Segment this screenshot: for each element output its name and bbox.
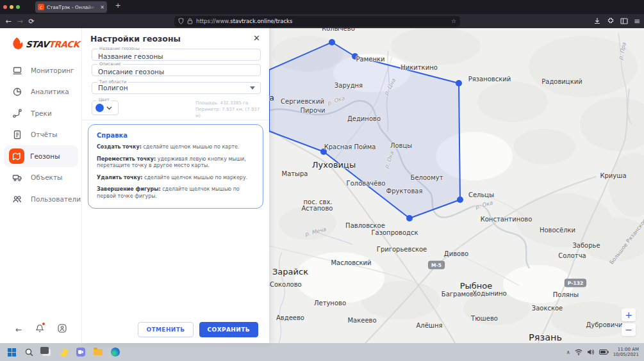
extensions-icon[interactable] xyxy=(607,17,615,25)
volume-icon[interactable] xyxy=(587,349,595,355)
area-value: Площадь: 432.3385 га xyxy=(195,100,261,106)
geozone-description-input[interactable] xyxy=(92,67,260,77)
polygon-vertex-handle[interactable] xyxy=(457,197,463,203)
sidebar-item-label: Геозоны xyxy=(30,152,60,160)
browser-tab[interactable]: С СтавТрэк - Онлайн мониторин ✕ xyxy=(35,1,107,13)
battery-icon[interactable] xyxy=(599,349,609,355)
sidebar-item-label: Аналитика xyxy=(31,88,69,95)
reload-icon[interactable]: ⟳ xyxy=(26,17,37,26)
window-controls[interactable] xyxy=(3,5,20,9)
taskbar-clock[interactable]: 11:00 AM 10/05/2021 xyxy=(613,347,641,358)
sidebar-item-objects[interactable]: Объекты xyxy=(4,167,78,189)
help-item: Завершение фигуры: сделайте щелчок мышью… xyxy=(97,186,254,200)
help-box: Справка Создать точку: сделайте щелчок м… xyxy=(88,124,263,209)
sidebar-item-monitor[interactable]: Мониторинг xyxy=(4,60,78,81)
sidebar: STAVTRACK МониторингАналитикаТрекиОтчёты… xyxy=(0,28,82,343)
wifi-icon[interactable] xyxy=(575,349,582,355)
window-minimize-button[interactable] xyxy=(10,5,13,9)
road-badge: М-5 xyxy=(428,261,445,269)
objects-icon xyxy=(12,172,23,183)
monitor-icon xyxy=(12,65,23,76)
tracks-icon xyxy=(12,108,23,119)
panel-divider xyxy=(82,120,269,120)
help-item: Создать точку: сделайте щелчок мышью по … xyxy=(97,144,254,151)
tray-time: 11:00 AM xyxy=(613,347,639,353)
sidebar-toggle-icon[interactable] xyxy=(620,17,628,25)
teams-chat-icon[interactable] xyxy=(76,347,86,357)
sidebar-menu: МониторингАналитикаТрекиОтчётыГеозоныОбъ… xyxy=(4,60,78,210)
geozone-polygon-layer[interactable] xyxy=(269,28,644,343)
polygon-vertex-handle[interactable] xyxy=(352,53,358,60)
tray-chevron-icon[interactable]: ∧ xyxy=(566,349,570,355)
browser-tab-bar: С СтавТрэк - Онлайн мониторин ✕ + xyxy=(0,0,644,14)
panel-close-icon[interactable]: ✕ xyxy=(253,33,260,43)
forward-icon[interactable]: → xyxy=(14,17,26,26)
browser-nav-bar: ← → ⟳ https://www.stavtrack.online/track… xyxy=(0,14,644,28)
help-item: Переместить точку: удерживая левую кнопк… xyxy=(97,156,254,170)
panel-title: Настройки геозоны xyxy=(90,34,181,44)
geozone-name-field[interactable]: Название геозоны xyxy=(92,49,261,61)
sidebar-item-tracks[interactable]: Треки xyxy=(4,102,78,124)
sidebar-item-label: Мониторинг xyxy=(31,67,74,74)
sidebar-item-geozones[interactable]: Геозоны xyxy=(4,145,78,167)
download-icon[interactable] xyxy=(593,17,601,25)
map[interactable]: КолычевоРаменкиНикиткиноЗарудняаСергиевс… xyxy=(269,28,644,343)
help-item: Удалить точку: сделайте щелчок мышью по … xyxy=(97,175,254,182)
polygon-vertex-handle[interactable] xyxy=(329,39,335,45)
cancel-button[interactable]: ОТМЕНИТЬ xyxy=(138,322,193,337)
window-maximize-button[interactable] xyxy=(16,5,20,9)
polygon-vertex-handle[interactable] xyxy=(406,215,413,221)
geozone-metrics: Площадь: 432.3385 га Периметр: 7.937 км,… xyxy=(195,100,261,119)
help-title: Справка xyxy=(97,132,254,139)
road-badge: Р-132 xyxy=(565,279,586,287)
start-button-icon[interactable] xyxy=(6,347,17,357)
back-icon[interactable]: ← xyxy=(3,17,14,26)
bookmark-star-icon[interactable]: ☆ xyxy=(451,18,456,24)
sidebar-item-users[interactable]: Пользователи xyxy=(4,188,78,210)
notifications-bell-icon[interactable] xyxy=(35,323,44,335)
sidebar-item-label: Треки xyxy=(31,109,52,117)
firefox-icon[interactable] xyxy=(58,347,69,357)
polygon-vertex-handle[interactable] xyxy=(456,80,462,86)
collapse-sidebar-icon[interactable]: ← xyxy=(15,325,22,334)
perimeter-value: Периметр: 7.937 км, (7.937 м) xyxy=(195,106,261,119)
menu-icon[interactable]: ≡ xyxy=(634,17,640,26)
sidebar-item-analytics[interactable]: Аналитика xyxy=(4,81,78,103)
geozone-name-input[interactable] xyxy=(92,51,260,62)
url-text: https://www.stavtrack.online/tracks xyxy=(196,18,292,24)
area-type-select[interactable]: Тип области Полигон xyxy=(92,82,261,94)
tab-favicon: С xyxy=(38,4,44,10)
tab-close-icon[interactable]: ✕ xyxy=(100,4,104,10)
logo-text: STAVTRACK xyxy=(25,39,79,49)
geozone-settings-panel: Настройки геозоны ✕ Название геозоны Опи… xyxy=(82,28,269,343)
users-icon xyxy=(12,193,23,205)
search-icon[interactable] xyxy=(24,347,34,357)
url-bar[interactable]: https://www.stavtrack.online/tracks ☆ xyxy=(174,16,460,27)
task-view-icon[interactable] xyxy=(41,347,51,357)
taskbar: ∧ 11:00 AM 10/05/2021 xyxy=(0,343,644,361)
new-tab-button[interactable]: + xyxy=(113,1,123,10)
stavtrack-logo: STAVTRACK xyxy=(9,36,79,52)
area-type-label: Тип области xyxy=(97,79,128,84)
polygon-vertex-handle[interactable] xyxy=(320,148,327,155)
tray-date: 10/05/2021 xyxy=(613,352,639,358)
lock-icon xyxy=(187,18,193,24)
geozone-polygon[interactable] xyxy=(269,42,460,218)
sidebar-item-label: Пользователи xyxy=(31,195,81,203)
geozone-description-field[interactable]: Описание xyxy=(92,64,261,76)
select-caret-icon xyxy=(250,86,255,90)
account-icon[interactable] xyxy=(58,323,67,335)
sidebar-bottom-bar: ← xyxy=(0,323,82,335)
sidebar-item-reports[interactable]: Отчёты xyxy=(4,124,78,146)
file-explorer-icon[interactable] xyxy=(93,347,103,357)
stavtrack-logo-icon xyxy=(9,36,24,52)
save-button[interactable]: СОХРАНИТЬ xyxy=(199,322,258,337)
window-close-button[interactable] xyxy=(3,5,7,9)
color-picker[interactable] xyxy=(92,100,119,115)
geozone-description-label: Описание xyxy=(97,61,123,67)
edge-icon[interactable] xyxy=(110,347,120,357)
map-zoom-control: + − xyxy=(622,309,636,336)
zoom-out-button[interactable]: − xyxy=(622,323,636,336)
zoom-in-button[interactable]: + xyxy=(622,309,636,321)
chevron-down-icon xyxy=(106,106,112,110)
